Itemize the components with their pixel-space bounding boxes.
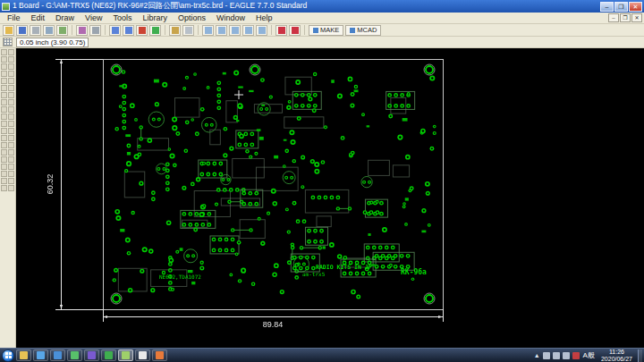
zoom-select-icon[interactable] bbox=[256, 25, 267, 36]
stop-icon[interactable] bbox=[136, 25, 148, 36]
menu-view[interactable]: View bbox=[80, 13, 107, 23]
tray-volume-icon[interactable] bbox=[553, 352, 560, 359]
tool-move-icon[interactable] bbox=[1, 63, 7, 70]
taskbar-office-excel[interactable] bbox=[101, 349, 116, 361]
jp-pinned-icon-2[interactable] bbox=[289, 25, 301, 36]
save-icon[interactable] bbox=[16, 25, 28, 36]
tray-expand-icon[interactable]: ▲ bbox=[534, 352, 540, 359]
zoom-fit-icon[interactable] bbox=[202, 25, 214, 36]
tool-ratsnest-icon[interactable] bbox=[1, 178, 7, 184]
child-maximize-button[interactable]: ❐ bbox=[620, 13, 631, 22]
tool-polygon-icon[interactable] bbox=[8, 156, 14, 163]
tool-optimize-icon[interactable] bbox=[8, 128, 14, 134]
close-button[interactable]: ✕ bbox=[629, 2, 642, 12]
layer-settings-icon[interactable] bbox=[76, 25, 88, 36]
tool-change-icon[interactable] bbox=[8, 78, 14, 84]
menu-window[interactable]: Window bbox=[211, 13, 250, 23]
print-icon[interactable] bbox=[30, 25, 41, 36]
tray-pc-icon[interactable] bbox=[543, 352, 550, 359]
run-ulp-icon[interactable] bbox=[169, 25, 181, 36]
menu-options[interactable]: Options bbox=[173, 13, 211, 23]
tool-add-icon[interactable] bbox=[8, 92, 14, 98]
tool-delete-icon[interactable] bbox=[1, 92, 7, 98]
tool-via-icon[interactable] bbox=[1, 164, 7, 170]
tool-split-icon[interactable] bbox=[1, 128, 7, 134]
tool-drc-icon[interactable] bbox=[1, 185, 7, 191]
tool-mark-icon[interactable] bbox=[8, 56, 14, 63]
tray-update-icon[interactable] bbox=[572, 352, 580, 359]
tool-smash-icon[interactable] bbox=[1, 121, 7, 127]
child-close-button[interactable]: ✕ bbox=[631, 13, 642, 22]
tool-paste-icon[interactable] bbox=[8, 85, 14, 91]
go-icon[interactable] bbox=[149, 25, 161, 36]
taskbar-eagle[interactable] bbox=[118, 349, 133, 361]
open-icon[interactable] bbox=[3, 25, 14, 36]
tool-pinswap-icon[interactable] bbox=[1, 99, 7, 105]
taskbar-explorer[interactable] bbox=[16, 349, 31, 361]
print-icon-glyph bbox=[32, 27, 39, 34]
make-button[interactable]: MAKE bbox=[309, 25, 343, 36]
zoom-redraw-icon[interactable] bbox=[242, 25, 254, 36]
tool-errors-icon[interactable] bbox=[8, 185, 14, 191]
tool-value-icon[interactable] bbox=[8, 114, 14, 120]
tool-name-icon[interactable] bbox=[1, 114, 7, 120]
menu-library[interactable]: Library bbox=[137, 13, 173, 23]
script-icon[interactable] bbox=[182, 25, 194, 36]
taskbar-media-player[interactable] bbox=[50, 349, 65, 361]
show-desktop-button[interactable] bbox=[638, 349, 642, 362]
menu-help[interactable]: Help bbox=[250, 13, 278, 23]
tool-arc-icon[interactable] bbox=[8, 149, 14, 156]
tool-mirror-icon[interactable] bbox=[1, 71, 7, 77]
tool-rotate-icon[interactable] bbox=[8, 71, 14, 77]
tool-lock-icon[interactable] bbox=[1, 106, 7, 113]
tool-hole-icon[interactable] bbox=[1, 171, 7, 177]
child-minimize-button[interactable]: – bbox=[608, 13, 619, 22]
tool-rect-icon[interactable] bbox=[1, 156, 7, 163]
tray-network-icon[interactable] bbox=[563, 352, 570, 359]
tool-miter-icon[interactable] bbox=[8, 121, 14, 127]
tool-replace-icon[interactable] bbox=[8, 99, 14, 105]
pcb-canvas[interactable] bbox=[16, 48, 644, 348]
clock-date: 2020/06/27 bbox=[601, 356, 632, 362]
taskbar-office-word[interactable] bbox=[84, 349, 99, 361]
zoom-out-icon[interactable] bbox=[229, 25, 241, 36]
menu-edit[interactable]: Edit bbox=[26, 13, 51, 23]
grid-settings-icon[interactable] bbox=[89, 25, 101, 36]
tool-route-icon[interactable] bbox=[1, 135, 7, 141]
taskbar-notepad[interactable] bbox=[135, 349, 150, 361]
undo-icon[interactable] bbox=[109, 25, 121, 36]
taskbar-ie-browser[interactable] bbox=[33, 349, 48, 361]
redo-icon[interactable] bbox=[123, 25, 134, 36]
tool-ripup-icon[interactable] bbox=[8, 135, 14, 141]
menu-tools[interactable]: Tools bbox=[107, 13, 137, 23]
minimize-button[interactable]: – bbox=[600, 2, 614, 12]
tool-cut-icon[interactable] bbox=[1, 85, 7, 91]
menu-draw[interactable]: Draw bbox=[50, 13, 80, 23]
tool-show-icon[interactable] bbox=[8, 49, 14, 55]
taskbar-mail[interactable] bbox=[67, 349, 82, 361]
tool-unlock-icon[interactable] bbox=[8, 106, 14, 113]
tool-signal-icon[interactable] bbox=[8, 164, 14, 170]
tool-wire-icon[interactable] bbox=[1, 142, 7, 148]
schematic-switch-icon[interactable] bbox=[56, 25, 68, 36]
taskbar-paint[interactable] bbox=[152, 349, 167, 361]
grid-icon[interactable] bbox=[3, 38, 13, 46]
ime-indicator[interactable]: A般 bbox=[582, 350, 596, 360]
tool-auto-icon[interactable] bbox=[8, 178, 14, 184]
menu-file[interactable]: File bbox=[2, 13, 26, 23]
cam-processor-icon-glyph bbox=[46, 27, 53, 34]
taskbar-clock[interactable]: 11:26 2020/06/27 bbox=[598, 349, 635, 362]
zoom-in-icon[interactable] bbox=[216, 25, 227, 36]
start-button[interactable] bbox=[2, 349, 14, 362]
mcad-button[interactable]: MCAD bbox=[345, 25, 381, 36]
tool-copy-icon[interactable] bbox=[8, 63, 14, 70]
tool-info-icon[interactable] bbox=[1, 49, 7, 55]
tool-display-icon[interactable] bbox=[1, 56, 7, 63]
maximize-button[interactable]: ❐ bbox=[614, 2, 628, 12]
tool-dimension-icon[interactable] bbox=[8, 171, 14, 177]
tool-group-icon[interactable] bbox=[1, 78, 7, 84]
tool-text-icon[interactable] bbox=[8, 142, 14, 148]
tool-circle-icon[interactable] bbox=[1, 149, 7, 156]
cam-processor-icon[interactable] bbox=[43, 25, 55, 36]
jp-pinned-icon-1[interactable] bbox=[275, 25, 287, 36]
